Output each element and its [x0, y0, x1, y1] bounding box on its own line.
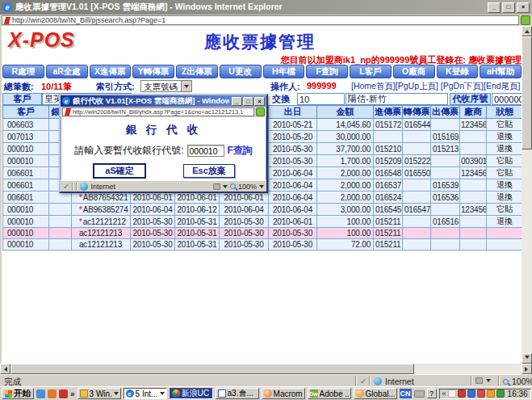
qq-tray-icon[interactable]: [477, 389, 485, 398]
page-title: 應收票據管理: [98, 31, 421, 53]
address-text: http://win2008/tw/IN_Bill/pjssearch.asp?…: [12, 16, 165, 24]
magnifier-icon: [230, 183, 236, 189]
query-link[interactable]: F查詢: [228, 144, 253, 158]
chevron-down-icon[interactable]: [160, 392, 165, 398]
cell-d3: 2010-06-04: [220, 204, 269, 216]
taskbar-button-4[interactable]: a3.會...: [216, 388, 259, 399]
menu-button-4[interactable]: Y轉傳票: [132, 65, 174, 78]
menu-button-7[interactable]: H年檔: [263, 65, 305, 78]
table-row-10[interactable]: 000010ac121212132010-05-302010-05-312010…: [3, 228, 522, 239]
cell-amount: 2,000.00: [317, 179, 374, 192]
taskbar-button-2[interactable]: e5 Int...: [124, 388, 167, 399]
quick-launch-icon-2[interactable]: [48, 389, 57, 398]
chevron-down-icon[interactable]: [181, 81, 191, 91]
confirm-button[interactable]: aS確定: [94, 164, 145, 178]
start-button[interactable]: 开始: [2, 388, 34, 399]
bank-code-input[interactable]: [187, 145, 224, 157]
cell-in_no: 016545: [374, 204, 403, 216]
address-input[interactable]: http://win2008/tw/IN_Bill/pjssearch.asp?…: [2, 15, 519, 25]
cell-out_no: 016539: [431, 179, 460, 192]
total-count-label: 總筆數:: [4, 81, 34, 93]
printer-icon[interactable]: [414, 390, 425, 398]
restore-button[interactable]: □: [502, 2, 515, 13]
cell-status: [487, 239, 522, 251]
quick-launch-overflow-icon[interactable]: »: [70, 389, 75, 398]
dialog-body: 銀 行 代 收 請輸入要暫代收銀行代號: F查詢 aS確定 Esc放棄: [61, 117, 266, 180]
globalscape-icon: [356, 389, 364, 398]
table-row-11[interactable]: 000010ac121212132010-05-302010-05-312010…: [3, 239, 522, 251]
cell-out_date: 2010-05-30: [269, 155, 317, 167]
go-icon[interactable]: [521, 15, 530, 25]
cell-amount: 30,000.00: [317, 131, 374, 143]
dialog-minimize-button[interactable]: _: [232, 97, 242, 106]
chevron-down-icon[interactable]: [114, 392, 119, 398]
notepad-tray-icon[interactable]: [448, 389, 456, 398]
cell-out_date: 2010-06-04: [269, 192, 317, 204]
collect-no-field[interactable]: [492, 93, 522, 105]
menu-button-9[interactable]: L客戶: [350, 65, 392, 78]
horizontal-scrollbar[interactable]: [0, 364, 532, 374]
zoom-control[interactable]: 100%: [503, 377, 532, 386]
cell-amount: 100.00: [317, 216, 374, 228]
dialog-restore-button[interactable]: □: [243, 97, 253, 106]
table-row-8[interactable]: 000010*AB963852742010-06-042010-06-12201…: [3, 204, 522, 216]
cell-out_no: [431, 119, 460, 131]
cell-transfer_no: [403, 179, 431, 192]
cell-out_no: [431, 204, 460, 216]
index-mode-select[interactable]: 支票號碼: [140, 80, 192, 92]
scroll-right-icon[interactable]: [522, 364, 532, 374]
menu-button-3[interactable]: X進傳票: [90, 65, 132, 78]
vertical-scroll-thumb[interactable]: [522, 36, 532, 149]
go-icon[interactable]: [256, 107, 265, 116]
menu-button-1[interactable]: R處理: [2, 65, 44, 78]
dialog-titlebar[interactable]: e 銀行代收 V1.01[X-POS 雲端商務網] - Windows In..…: [61, 95, 266, 107]
menu-button-2[interactable]: aR全處: [46, 65, 88, 78]
quick-launch-icon-1[interactable]: [36, 389, 45, 398]
menu-button-6[interactable]: U更改: [220, 65, 262, 78]
taskbar-button-5[interactable]: Macrom...: [262, 388, 305, 399]
alert-tray-icon[interactable]: [487, 389, 495, 398]
scroll-left-icon[interactable]: [0, 364, 10, 374]
menu-button-12[interactable]: aH幫助: [480, 65, 522, 78]
taskbar-button-3[interactable]: 新浪UC: [170, 388, 213, 399]
close-button[interactable]: ×: [517, 2, 530, 13]
cell-status: [487, 228, 522, 239]
main-titlebar[interactable]: e 應收票據管理V1.01 [X-POS 雲端商務網] - Windows In…: [0, 0, 532, 15]
paging-shortcuts[interactable]: [Home首頁][PgUp上頁] [PgDn下頁][End尾頁]: [351, 81, 522, 92]
magnifier-icon: [503, 379, 509, 385]
cell-customer: 006601: [3, 167, 49, 179]
taskbar-button-6[interactable]: DwAdobe ...: [308, 388, 351, 399]
cell-out_no: 016536: [431, 192, 460, 204]
minimize-button[interactable]: _: [488, 2, 501, 13]
taskbar-button-1[interactable]: 3 Win...: [77, 388, 121, 399]
vertical-scrollbar[interactable]: [522, 26, 532, 364]
language-indicator[interactable]: CN: [400, 389, 412, 398]
taskbar-button-7[interactable]: Global...: [354, 388, 397, 399]
exchange-bank-field[interactable]: [346, 93, 448, 105]
cell-bank: [49, 216, 72, 228]
cell-customer: 000010: [3, 239, 49, 251]
quick-launch-icon-3[interactable]: [59, 389, 68, 398]
scroll-up-icon[interactable]: [522, 26, 532, 36]
check-number: AB87654321: [83, 193, 128, 202]
exchange-field[interactable]: [297, 93, 345, 105]
cancel-button[interactable]: Esc放棄: [183, 164, 235, 178]
tray-chevron-icon[interactable]: «: [442, 389, 446, 398]
horizontal-scroll-thumb[interactable]: [10, 364, 414, 374]
table-row-9[interactable]: 000010*ac121212122010-05-302010-05-31201…: [3, 216, 522, 228]
column-header-out_date: 出日: [269, 106, 317, 119]
scheduler-tray-icon[interactable]: [496, 389, 505, 398]
menu-button-11[interactable]: K登錄: [437, 65, 479, 78]
protected-mode-control[interactable]: [475, 377, 491, 385]
done-check-icon: ✓: [360, 377, 367, 385]
messenger-tray-icon[interactable]: [458, 389, 466, 398]
scroll-down-icon[interactable]: [522, 353, 532, 364]
cell-vendor: [460, 216, 487, 228]
dialog-address-input[interactable]: http://win2008/tw/IN_Bill/yhdx.asp?Page=…: [62, 107, 254, 116]
menu-button-5[interactable]: Z出傳票: [176, 65, 218, 78]
menu-button-10[interactable]: O廠商: [393, 65, 435, 78]
dialog-close-button[interactable]: ×: [254, 97, 265, 106]
network-tray-icon[interactable]: [467, 389, 475, 398]
menu-button-8[interactable]: F查詢: [306, 65, 348, 78]
help-icon[interactable]: ?: [427, 389, 437, 398]
